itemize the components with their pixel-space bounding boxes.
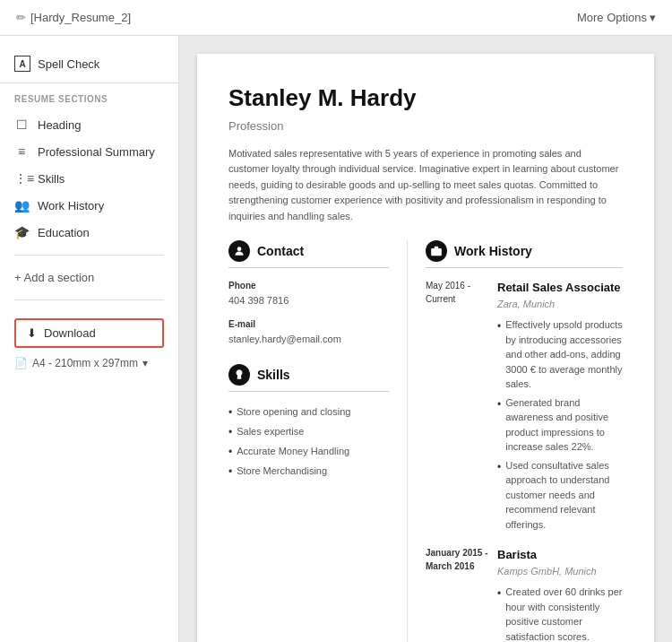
skills-title: Skills bbox=[257, 366, 290, 385]
contact-title: Contact bbox=[257, 242, 304, 261]
spell-check-icon: A bbox=[14, 56, 30, 72]
sidebar-divider-2 bbox=[14, 299, 164, 300]
work-date-1: May 2016 - Current bbox=[426, 279, 497, 534]
paper-icon: 📄 bbox=[14, 357, 28, 369]
work-bullet: Effectively upsold products by introduci… bbox=[497, 316, 623, 394]
more-options-button[interactable]: More Options ▾ bbox=[577, 11, 656, 24]
resume-body: Contact Phone 404 398 7816 E-mail stanle… bbox=[228, 240, 623, 642]
skills-header: Skills bbox=[228, 364, 389, 392]
left-column: Contact Phone 404 398 7816 E-mail stanle… bbox=[228, 240, 408, 642]
paper-size-selector[interactable]: 📄 A4 - 210mm x 297mm ▾ bbox=[0, 353, 178, 373]
filename-area: ✏ [Hardy_Resume_2] bbox=[16, 11, 131, 24]
skill-item: Store Merchandising bbox=[228, 462, 389, 482]
education-icon: 🎓 bbox=[14, 225, 29, 239]
sidebar-item-professional-summary[interactable]: ≡ Professional Summary bbox=[0, 138, 178, 165]
paper-size-chevron-icon: ▾ bbox=[142, 357, 148, 369]
work-bullets-2: Created over 60 drinks per hour with con… bbox=[497, 583, 623, 642]
spell-check-item[interactable]: A Spell Check bbox=[0, 50, 178, 83]
work-history-title: Work History bbox=[454, 242, 532, 261]
download-icon: ⬇ bbox=[27, 326, 37, 340]
phone-label: Phone bbox=[228, 279, 389, 292]
resume-profession: Profession bbox=[228, 117, 623, 135]
work-history-section-icon bbox=[426, 240, 447, 262]
right-column: Work History May 2016 - Current Retail S… bbox=[408, 240, 623, 642]
skills-section-icon bbox=[228, 364, 250, 386]
work-content-1: Retail Sales Associate Zara, Munich Effe… bbox=[497, 279, 623, 534]
pencil-icon: ✏ bbox=[16, 11, 26, 24]
contact-section: Contact Phone 404 398 7816 E-mail stanle… bbox=[228, 240, 389, 346]
spell-check-label: Spell Check bbox=[38, 57, 99, 71]
work-history-icon: 👥 bbox=[14, 198, 29, 213]
sidebar-divider bbox=[14, 255, 164, 256]
svg-point-0 bbox=[237, 247, 242, 252]
resume-sections-title: RESUME SECTIONS bbox=[0, 94, 178, 111]
sidebar: A Spell Check RESUME SECTIONS ☐ Heading … bbox=[0, 36, 179, 642]
sidebar-item-heading-label: Heading bbox=[38, 118, 81, 132]
sidebar-item-skills[interactable]: ⋮≡ Skills bbox=[0, 165, 178, 192]
work-bullets-1: Effectively upsold products by introduci… bbox=[497, 316, 623, 534]
sidebar-item-skills-label: Skills bbox=[38, 172, 65, 186]
filename-label: [Hardy_Resume_2] bbox=[30, 11, 131, 24]
download-label: Download bbox=[44, 326, 96, 340]
top-bar: ✏ [Hardy_Resume_2] More Options ▾ bbox=[0, 0, 672, 36]
chevron-down-icon: ▾ bbox=[650, 11, 656, 24]
more-options-label: More Options bbox=[577, 11, 647, 24]
download-button[interactable]: ⬇ Download bbox=[14, 318, 164, 348]
contact-section-icon bbox=[228, 240, 250, 262]
work-company-2: Kamps GmbH, Munich bbox=[497, 564, 623, 579]
work-content-2: Barista Kamps GmbH, Munich Created over … bbox=[497, 546, 623, 642]
work-bullet: Generated brand awareness and positive p… bbox=[497, 394, 623, 456]
phone-value: 404 398 7816 bbox=[228, 293, 389, 308]
sidebar-item-summary-label: Professional Summary bbox=[38, 145, 155, 159]
work-history-section: Work History May 2016 - Current Retail S… bbox=[426, 240, 623, 642]
add-section-label: + Add a section bbox=[14, 271, 94, 284]
summary-icon: ≡ bbox=[14, 144, 29, 159]
sidebar-item-work-label: Work History bbox=[38, 199, 104, 213]
skill-item: Accurate Money Handling bbox=[228, 442, 389, 462]
work-history-header: Work History bbox=[426, 240, 623, 268]
work-entry-2: January 2015 - March 2016 Barista Kamps … bbox=[426, 546, 623, 642]
work-title-2: Barista bbox=[497, 546, 623, 564]
paper-size-label: A4 - 210mm x 297mm bbox=[32, 357, 138, 369]
skill-item: Sales expertise bbox=[228, 422, 389, 442]
heading-icon: ☐ bbox=[14, 117, 29, 132]
work-bullet: Created over 60 drinks per hour with con… bbox=[497, 583, 623, 642]
sidebar-item-education[interactable]: 🎓 Education bbox=[0, 219, 178, 246]
skills-icon: ⋮≡ bbox=[14, 171, 29, 186]
resume-summary: Motivated sales representative with 5 ye… bbox=[228, 146, 623, 225]
skills-section: Skills Store opening and closing Sales e… bbox=[228, 364, 389, 482]
skills-list: Store opening and closing Sales expertis… bbox=[228, 403, 389, 482]
work-title-1: Retail Sales Associate bbox=[497, 279, 623, 297]
work-company-1: Zara, Munich bbox=[497, 297, 623, 312]
add-section-button[interactable]: + Add a section bbox=[0, 265, 178, 291]
work-date-2: January 2015 - March 2016 bbox=[426, 546, 497, 642]
sidebar-item-work-history[interactable]: 👥 Work History bbox=[0, 192, 178, 219]
work-bullet: Used consultative sales approach to unde… bbox=[497, 456, 623, 534]
skill-item: Store opening and closing bbox=[228, 403, 389, 422]
main-layout: A Spell Check RESUME SECTIONS ☐ Heading … bbox=[0, 36, 672, 642]
content-area: Stanley M. Hardy Profession Motivated sa… bbox=[179, 36, 672, 642]
sidebar-item-heading[interactable]: ☐ Heading bbox=[0, 111, 178, 138]
contact-header: Contact bbox=[228, 240, 389, 268]
resume-name: Stanley M. Hardy bbox=[228, 81, 623, 116]
resume-paper: Stanley M. Hardy Profession Motivated sa… bbox=[197, 54, 654, 642]
work-entry-1: May 2016 - Current Retail Sales Associat… bbox=[426, 279, 623, 534]
email-value: stanley.hardy@email.com bbox=[228, 332, 389, 347]
svg-rect-1 bbox=[431, 249, 442, 256]
email-label: E-mail bbox=[228, 317, 389, 331]
sidebar-item-education-label: Education bbox=[38, 226, 90, 239]
phone-field: Phone 404 398 7816 bbox=[228, 279, 389, 308]
email-field: E-mail stanley.hardy@email.com bbox=[228, 317, 389, 347]
